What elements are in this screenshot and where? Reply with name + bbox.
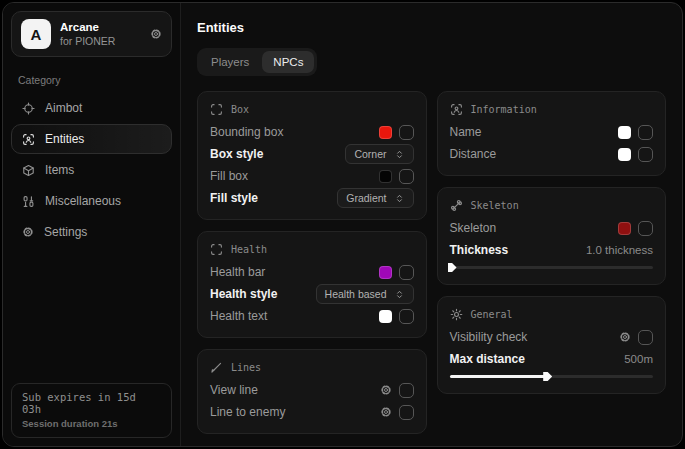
setting-row-thickness: Thickness1.0 thickness <box>450 239 654 261</box>
setting-label: Health style <box>210 287 309 301</box>
select-fill-style[interactable]: Gradient <box>337 188 413 208</box>
color-swatch-skeleton[interactable] <box>618 222 631 235</box>
card-header-health: Health <box>210 243 414 256</box>
color-swatch-name[interactable] <box>618 126 631 139</box>
setting-label: Distance <box>450 147 612 161</box>
slider-fill <box>450 375 548 378</box>
setting-label: Health bar <box>210 265 372 279</box>
checkbox-visibility-check[interactable] <box>638 330 653 345</box>
slider-handle[interactable] <box>543 372 552 381</box>
card-header-general: General <box>450 308 654 321</box>
setting-label: Visibility check <box>450 330 613 344</box>
checkbox-health-text[interactable] <box>399 309 414 324</box>
setting-row-distance: Distance <box>450 143 654 165</box>
color-swatch-distance[interactable] <box>618 148 631 161</box>
sidebar: A Arcane for PIONER Category AimbotEntit… <box>3 3 181 446</box>
setting-row-name: Name <box>450 121 654 143</box>
sidebar-item-label: Miscellaneous <box>45 194 121 208</box>
card-title: Lines <box>231 362 261 373</box>
checkbox-health-bar[interactable] <box>399 265 414 280</box>
pencil-line-icon <box>210 361 223 374</box>
right-column: InformationNameDistanceSkeletonSkeletonT… <box>437 91 667 394</box>
sun-icon <box>450 308 463 321</box>
checkbox-fill-box[interactable] <box>399 169 414 184</box>
binary-icon <box>22 195 35 208</box>
checkbox-line-to-enemy[interactable] <box>399 405 414 420</box>
setting-label: Thickness <box>450 243 579 257</box>
user-scan-icon <box>450 103 463 116</box>
gear-icon[interactable] <box>150 28 162 40</box>
tab-npcs[interactable]: NPCs <box>262 51 314 73</box>
page-title: Entities <box>197 20 666 35</box>
select-value: Gradient <box>346 192 386 204</box>
slider-max-distance[interactable] <box>450 371 654 381</box>
tab-players[interactable]: Players <box>200 51 260 73</box>
color-swatch-fill-box[interactable] <box>379 170 392 183</box>
card-header-information: Information <box>450 103 654 116</box>
sidebar-item-items[interactable]: Items <box>11 155 172 185</box>
setting-label: Max distance <box>450 352 618 366</box>
card-title: General <box>471 309 513 320</box>
setting-row-fill-box: Fill box <box>210 165 414 187</box>
sidebar-item-label: Aimbot <box>45 101 82 115</box>
setting-row-health-bar: Health bar <box>210 261 414 283</box>
slider-track <box>450 266 654 269</box>
color-swatch-health-text[interactable] <box>379 310 392 323</box>
setting-label: Box style <box>210 147 338 161</box>
sidebar-item-entities[interactable]: Entities <box>11 124 172 154</box>
scan-icon <box>210 103 223 116</box>
card-title: Box <box>231 104 249 115</box>
setting-row-fill-style: Fill styleGradient <box>210 187 414 209</box>
setting-row-box-style: Box styleCorner <box>210 143 414 165</box>
gear-icon[interactable] <box>619 331 631 343</box>
chevron-up-down-icon <box>394 149 405 160</box>
setting-label: Health text <box>210 309 372 323</box>
setting-label: Fill box <box>210 169 372 183</box>
checkbox-distance[interactable] <box>638 147 653 162</box>
slider-handle[interactable] <box>448 263 457 272</box>
gear-icon <box>22 226 34 238</box>
sidebar-category-label: Category <box>18 74 165 86</box>
app-meta: Arcane for PIONER <box>60 20 141 48</box>
select-value: Corner <box>354 148 386 160</box>
app-subtitle: for PIONER <box>60 35 141 48</box>
checkbox-skeleton[interactable] <box>638 221 653 236</box>
card-skeleton: SkeletonSkeletonThickness1.0 thickness <box>437 187 667 285</box>
chevron-up-down-icon <box>394 193 405 204</box>
card-box: BoxBounding boxBox styleCornerFill boxFi… <box>197 91 427 220</box>
sidebar-item-settings[interactable]: Settings <box>11 217 172 247</box>
card-title: Information <box>471 104 537 115</box>
sidebar-item-label: Items <box>45 163 74 177</box>
card-header-lines: Lines <box>210 361 414 374</box>
select-box-style[interactable]: Corner <box>345 144 413 164</box>
checkbox-bounding-box[interactable] <box>399 125 414 140</box>
setting-row-visibility-check: Visibility check <box>450 326 654 348</box>
select-health-style[interactable]: Health based <box>316 284 414 304</box>
slider-value-max-distance: 500m <box>624 353 653 365</box>
sidebar-nav: AimbotEntitiesItemsMiscellaneousSettings <box>11 92 172 248</box>
slider-thickness[interactable] <box>450 262 654 272</box>
app-logo: A <box>21 19 51 49</box>
card-lines: LinesView lineLine to enemy <box>197 349 427 434</box>
setting-label: Line to enemy <box>210 405 373 419</box>
checkbox-name[interactable] <box>638 125 653 140</box>
sidebar-item-aimbot[interactable]: Aimbot <box>11 93 172 123</box>
session-duration-text: Session duration 21s <box>22 418 161 429</box>
select-value: Health based <box>325 288 387 300</box>
main-panel: Entities PlayersNPCs BoxBounding boxBox … <box>181 3 682 446</box>
left-column: BoxBounding boxBox styleCornerFill boxFi… <box>197 91 427 434</box>
color-swatch-health-bar[interactable] <box>379 266 392 279</box>
chevron-up-down-icon <box>394 289 405 300</box>
card-information: InformationNameDistance <box>437 91 667 176</box>
card-title: Skeleton <box>471 200 519 211</box>
setting-row-health-style: Health styleHealth based <box>210 283 414 305</box>
gear-icon[interactable] <box>380 406 392 418</box>
checkbox-view-line[interactable] <box>399 383 414 398</box>
card-health: HealthHealth barHealth styleHealth based… <box>197 231 427 338</box>
card-title: Health <box>231 244 267 255</box>
gear-icon[interactable] <box>380 384 392 396</box>
color-swatch-bounding-box[interactable] <box>379 126 392 139</box>
sidebar-item-miscellaneous[interactable]: Miscellaneous <box>11 186 172 216</box>
subscription-info: Sub expires in 15d 03h Session duration … <box>11 383 172 438</box>
card-columns: BoxBounding boxBox styleCornerFill boxFi… <box>197 91 666 434</box>
